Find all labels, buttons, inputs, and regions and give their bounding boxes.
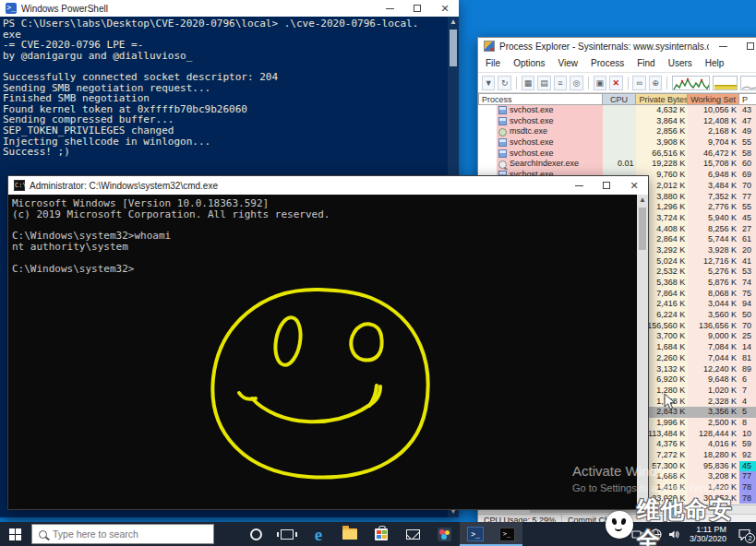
close-button[interactable]: ✕ xyxy=(620,176,648,195)
working-set-cell: 95,836 K xyxy=(688,461,739,472)
cmd-scrollbar[interactable]: ▲ ▼ xyxy=(637,195,648,509)
scroll-up-icon[interactable]: ▲ xyxy=(448,17,459,28)
cmd-taskbar-button[interactable]: >_ xyxy=(491,522,522,546)
menu-item-help[interactable]: Help xyxy=(705,58,725,68)
powershell-taskbar-button[interactable]: >_ xyxy=(460,522,491,546)
pid-cell: 50 xyxy=(739,310,756,321)
cpu-graph[interactable] xyxy=(672,76,710,90)
commit-graph[interactable] xyxy=(713,76,738,90)
process-name: svchost.exe xyxy=(510,148,554,160)
maximize-button[interactable] xyxy=(593,176,620,195)
action-center-button[interactable]: 2 xyxy=(732,522,756,546)
scroll-up-icon[interactable]: ▲ xyxy=(637,195,648,206)
working-set-cell: 5,744 K xyxy=(688,234,739,245)
menu-item-options[interactable]: Options xyxy=(513,58,545,68)
column-pid[interactable]: P xyxy=(739,93,756,105)
start-icon xyxy=(9,528,21,540)
close-button[interactable]: ✕ xyxy=(431,0,459,17)
private-bytes-cell: 19,228 K xyxy=(636,159,688,170)
working-set-cell: 7,352 K xyxy=(688,192,739,203)
process-row[interactable]: svchost.exe3,864 K12,408 K47 xyxy=(478,116,756,127)
scroll-down-icon[interactable]: ▼ xyxy=(637,498,648,509)
io-graph[interactable] xyxy=(740,76,756,90)
system-info-icon[interactable]: ▦ xyxy=(522,76,534,90)
mail-button[interactable] xyxy=(397,522,428,546)
working-set-cell: 4,016 K xyxy=(688,439,739,450)
search-icon xyxy=(39,530,47,539)
column-private-bytes[interactable]: Private Bytes xyxy=(636,93,688,105)
table-header[interactable]: Process CPU Private Bytes Working Set P xyxy=(478,93,756,105)
task-view-button[interactable] xyxy=(271,522,303,546)
powershell-titlebar[interactable]: >_ Windows PowerShell ✕ xyxy=(0,0,459,17)
process-row[interactable]: msdtc.exe2,856 K2,168 K49 xyxy=(478,126,756,137)
edge-button[interactable]: e xyxy=(303,522,334,546)
columns-icon[interactable]: ≡ xyxy=(554,76,567,90)
pid-cell: 47 xyxy=(739,116,756,127)
procexp-titlebar[interactable]: Process Explorer - Sysinternals: www.sys… xyxy=(478,38,756,54)
process-properties-icon[interactable]: ▣ xyxy=(594,76,606,90)
pid-cell: 41 xyxy=(739,256,756,267)
svchost-process-icon xyxy=(498,138,507,147)
save-icon[interactable]: ▼ xyxy=(482,76,495,90)
working-set-cell: 9,000 K xyxy=(688,331,739,342)
cmd-title: Administrator: C:\Windows\system32\cmd.e… xyxy=(30,181,565,191)
tray-clock[interactable]: 1:11 PM 3/30/2020 xyxy=(684,525,732,544)
cmd-titlebar[interactable]: C:\_ Administrator: C:\Windows\system32\… xyxy=(8,176,648,195)
pid-cell: 59 xyxy=(739,439,756,450)
pid-cell: 5 xyxy=(739,407,756,418)
pid-cell: 49 xyxy=(739,126,756,137)
maximize-button[interactable] xyxy=(403,0,431,17)
working-set-cell: 128,444 K xyxy=(688,429,739,440)
cortana-button[interactable] xyxy=(240,522,271,546)
menu-item-file[interactable]: File xyxy=(486,58,500,68)
tray-chevron-button[interactable] xyxy=(610,522,629,546)
working-set-cell: 1,020 K xyxy=(688,386,739,397)
working-set-cell: 5,276 K xyxy=(688,267,739,278)
plug-button[interactable] xyxy=(629,522,647,546)
process-row[interactable]: svchost.exe3,908 K9,704 K55 xyxy=(478,137,756,148)
file-explorer-icon xyxy=(342,528,357,540)
store-button[interactable] xyxy=(366,522,397,546)
pid-cell: 25 xyxy=(739,331,756,342)
working-set-cell: 12,240 K xyxy=(688,364,739,375)
cpu-cell xyxy=(603,126,637,137)
refresh-icon[interactable]: ↻ xyxy=(498,76,510,90)
find-icon[interactable]: ∞ xyxy=(632,76,645,90)
minimize-button[interactable] xyxy=(709,38,737,54)
file-explorer-button[interactable] xyxy=(334,522,366,546)
column-process[interactable]: Process xyxy=(478,93,603,105)
taskbar-search[interactable] xyxy=(31,524,214,544)
menu-item-users[interactable]: Users xyxy=(668,58,692,68)
column-cpu[interactable]: CPU xyxy=(603,93,637,105)
process-name: svchost.exe xyxy=(510,137,554,148)
minimize-button[interactable] xyxy=(376,0,403,17)
search-input[interactable] xyxy=(53,528,191,540)
scrollbar-thumb[interactable] xyxy=(450,30,457,66)
kill-process-icon[interactable]: ✕ xyxy=(609,76,622,90)
private-bytes-cell: 2,856 K xyxy=(636,126,688,137)
working-set-cell: 8,256 K xyxy=(688,224,739,235)
pid-cell: 55 xyxy=(739,202,756,213)
dll-view-icon[interactable]: ◎ xyxy=(570,76,582,90)
process-row[interactable]: svchost.exe4,632 K10,056 K43 xyxy=(478,105,756,116)
process-row[interactable]: svchost.exe66,516 K46,472 K58 xyxy=(478,148,756,160)
pid-cell: 58 xyxy=(739,148,756,160)
pid-cell: 78 xyxy=(739,493,756,504)
menu-item-find[interactable]: Find xyxy=(637,58,654,68)
menu-item-view[interactable]: View xyxy=(558,58,579,68)
find-window-icon[interactable]: ⊕ xyxy=(649,76,662,90)
scrollbar-thumb[interactable] xyxy=(639,208,646,250)
working-set-cell: 3,208 K xyxy=(688,471,739,482)
maximize-button[interactable] xyxy=(737,38,756,54)
column-working-set[interactable]: Working Set xyxy=(688,93,739,105)
minimize-button[interactable] xyxy=(565,176,593,195)
process-explorer-button[interactable] xyxy=(428,522,460,546)
menu-item-process[interactable]: Process xyxy=(591,58,624,68)
plug-icon xyxy=(631,529,644,540)
start-button[interactable] xyxy=(0,522,30,546)
network-button[interactable] xyxy=(647,522,666,546)
process-row[interactable]: SearchIndexer.exe0.0119,228 K15,708 K60 xyxy=(478,159,756,170)
volume-button[interactable] xyxy=(666,522,684,546)
console-line: PS C:\Users\labs\Desktop\CVE-2020-0796\l… xyxy=(3,18,446,30)
properties-panel-icon[interactable]: ▤ xyxy=(537,76,550,90)
